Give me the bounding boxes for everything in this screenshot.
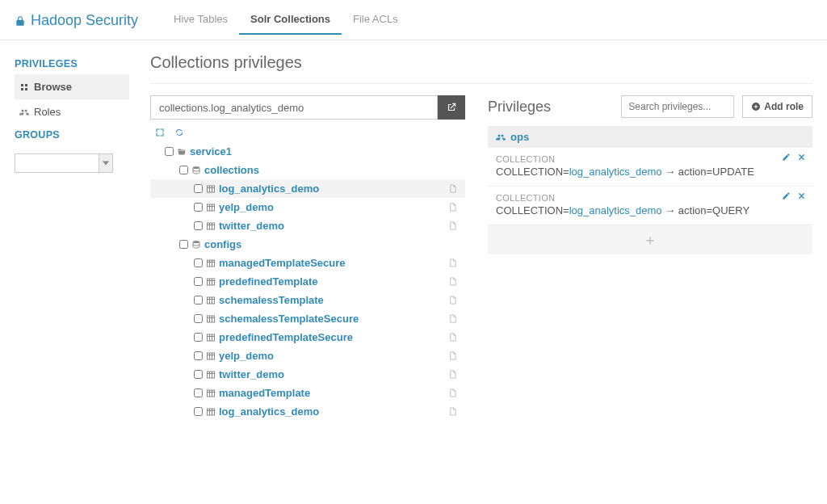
file-icon	[448, 333, 462, 342]
tree-node[interactable]: managedTemplateSecure	[150, 254, 465, 272]
tree-checkbox[interactable]	[194, 314, 203, 323]
open-path-button[interactable]	[438, 95, 465, 120]
privilege-card: COLLECTIONCOLLECTION=log_analytics_demo …	[488, 148, 812, 187]
tab-file-acls[interactable]: File ACLs	[342, 6, 409, 35]
tree-checkbox[interactable]	[194, 370, 203, 379]
tree-checkbox[interactable]	[194, 351, 203, 360]
tree-node[interactable]: schemalessTemplateSecure	[150, 309, 465, 328]
tree-node-label[interactable]: service1	[190, 145, 232, 158]
tree-checkbox[interactable]	[194, 277, 203, 286]
tree-node-label[interactable]: managedTemplateSecure	[219, 257, 346, 269]
table-icon	[206, 221, 216, 231]
svg-rect-9	[208, 334, 215, 341]
file-icon	[448, 314, 462, 323]
file-icon	[448, 370, 462, 379]
tree-node[interactable]: log_analytics_demo	[150, 402, 465, 421]
folder-open-icon	[177, 147, 187, 157]
tree-node-label[interactable]: predefinedTemplate	[219, 275, 318, 288]
tree-node[interactable]: log_analytics_demo	[150, 179, 465, 198]
plus-icon: ＋	[643, 232, 657, 248]
tree-node-label[interactable]: yelp_demo	[219, 350, 274, 362]
tree-node-label[interactable]: collections	[204, 164, 259, 176]
svg-point-0	[193, 166, 199, 169]
sidebar-item-browse[interactable]: Browse	[15, 74, 129, 99]
collections-tree: service1collectionslog_analytics_demoyel…	[150, 142, 465, 421]
tree-node-label[interactable]: twitter_demo	[219, 368, 284, 380]
tree-node[interactable]: configs	[150, 235, 465, 254]
svg-rect-12	[208, 390, 215, 397]
tree-node[interactable]: yelp_demo	[150, 346, 465, 365]
table-icon	[206, 296, 216, 305]
tree-node-label[interactable]: schemalessTemplateSecure	[219, 313, 359, 325]
privilege-target-link[interactable]: log_analytics_demo	[569, 166, 662, 178]
privilege-card: COLLECTIONCOLLECTION=log_analytics_demo …	[488, 187, 812, 225]
tree-node[interactable]: schemalessTemplate	[150, 291, 465, 309]
tree-checkbox[interactable]	[194, 221, 203, 230]
edit-icon[interactable]	[782, 153, 791, 162]
tree-checkbox[interactable]	[179, 166, 188, 174]
privilege-body: COLLECTION=log_analytics_demo → action=U…	[496, 164, 804, 178]
tree-node[interactable]: yelp_demo	[150, 198, 465, 216]
tab-solr-collections[interactable]: Solr Collections	[239, 6, 342, 35]
privilege-body: COLLECTION=log_analytics_demo → action=Q…	[496, 203, 804, 216]
tree-node[interactable]: managedTemplate	[150, 384, 465, 402]
privilege-target-link[interactable]: log_analytics_demo	[569, 204, 662, 216]
refresh-icon[interactable]	[174, 128, 184, 137]
tree-checkbox[interactable]	[194, 333, 203, 342]
tree-checkbox[interactable]	[179, 240, 188, 249]
delete-icon[interactable]	[797, 153, 806, 162]
sidebar-item-label: Browse	[34, 81, 72, 93]
tree-checkbox[interactable]	[194, 296, 203, 304]
edit-icon[interactable]	[782, 191, 791, 200]
role-header[interactable]: ops	[488, 126, 812, 148]
tab-hive-tables[interactable]: Hive Tables	[162, 6, 239, 35]
file-icon	[448, 296, 462, 304]
sidebar: PRIVILEGESBrowseRolesGROUPS	[0, 40, 129, 421]
svg-rect-6	[208, 279, 215, 285]
tree-node[interactable]: predefinedTemplateSecure	[150, 328, 465, 346]
group-select-caret[interactable]	[99, 153, 113, 173]
tree-checkbox[interactable]	[194, 184, 203, 193]
svg-rect-11	[208, 372, 215, 378]
privileges-search-input[interactable]	[621, 95, 734, 118]
tree-node[interactable]: twitter_demo	[150, 365, 465, 384]
sidebar-heading: GROUPS	[15, 124, 129, 145]
tree-checkbox[interactable]	[194, 388, 203, 397]
tree-checkbox[interactable]	[194, 407, 203, 416]
tree-node-label[interactable]: predefinedTemplateSecure	[219, 331, 353, 343]
tree-node-label[interactable]: log_analytics_demo	[219, 405, 319, 418]
tree-checkbox[interactable]	[194, 203, 203, 212]
top-tabs: Hive TablesSolr CollectionsFile ACLs	[162, 6, 409, 35]
tree-node[interactable]: service1	[150, 142, 465, 161]
database-icon	[191, 166, 201, 175]
add-privilege-row[interactable]: ＋	[488, 225, 812, 254]
expand-all-icon[interactable]	[155, 128, 165, 137]
tree-node-label[interactable]: schemalessTemplate	[219, 294, 324, 306]
svg-rect-1	[208, 186, 215, 192]
tree-node[interactable]: collections	[150, 161, 465, 179]
tree-node-label[interactable]: managedTemplate	[219, 387, 310, 399]
path-input[interactable]	[150, 95, 438, 120]
table-icon	[206, 314, 216, 324]
sidebar-item-roles[interactable]: Roles	[15, 99, 129, 124]
file-icon	[448, 351, 462, 360]
tree-node-label[interactable]: yelp_demo	[219, 201, 274, 213]
table-icon	[206, 184, 216, 194]
table-icon	[206, 351, 216, 361]
users-icon	[496, 132, 506, 142]
group-select-input[interactable]	[15, 153, 99, 173]
app-brand[interactable]: Hadoop Security	[15, 12, 138, 29]
lock-icon	[15, 15, 26, 27]
tree-node[interactable]: twitter_demo	[150, 216, 465, 235]
table-icon	[206, 388, 216, 398]
tree-node-label[interactable]: configs	[204, 238, 241, 250]
tree-node-label[interactable]: twitter_demo	[219, 220, 284, 232]
add-role-button[interactable]: Add role	[742, 95, 812, 118]
delete-icon[interactable]	[797, 191, 806, 200]
tree-checkbox[interactable]	[165, 147, 174, 156]
file-icon	[448, 258, 462, 267]
group-select[interactable]	[15, 153, 129, 173]
tree-checkbox[interactable]	[194, 258, 203, 267]
tree-node[interactable]: predefinedTemplate	[150, 272, 465, 291]
tree-node-label[interactable]: log_analytics_demo	[219, 183, 319, 195]
